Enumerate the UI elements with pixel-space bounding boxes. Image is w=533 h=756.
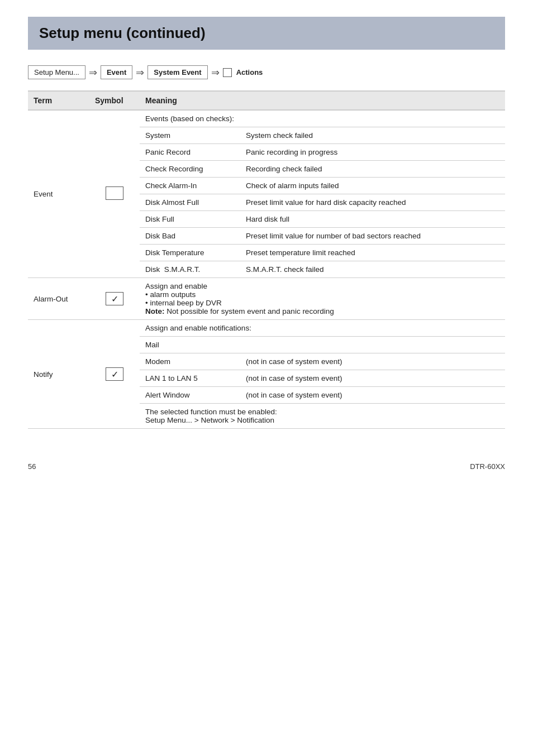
- meaning-system: System System check failed: [140, 127, 505, 144]
- page-title: Setup menu (continued): [39, 25, 494, 42]
- term-event: Event: [28, 110, 89, 278]
- meaning-events-header: Events (based on checks):: [140, 110, 505, 127]
- symbol-alarm-out: ✓: [89, 278, 140, 320]
- meaning-alarm-out: Assign and enable alarm outputs internal…: [140, 278, 505, 320]
- arrow-icon-3: ⇒: [211, 66, 220, 79]
- meaning-panic-record: Panic Record Panic recording in progress: [140, 144, 505, 161]
- event-symbol-box: [106, 186, 123, 200]
- alarm-out-note: Note:: [145, 307, 165, 315]
- meaning-disk-bad: Disk Bad Preset limit value for number o…: [140, 228, 505, 245]
- breadcrumb: Setup Menu... ⇒ Event ⇒ System Event ⇒ A…: [28, 65, 505, 79]
- actions-checkbox-icon: [223, 68, 232, 77]
- table-row-event: Event Events (based on checks):: [28, 110, 505, 127]
- notify-symbol-box: ✓: [106, 367, 123, 381]
- arrow-icon-1: ⇒: [89, 66, 97, 79]
- list-item-internal-beep: internal beep by DVR: [145, 299, 499, 307]
- breadcrumb-system-event[interactable]: System Event: [147, 65, 207, 79]
- meaning-notify-footer: The selected function must be enabled: S…: [140, 404, 505, 429]
- symbol-notify: ✓: [89, 320, 140, 429]
- meaning-alert-window: Alert Window (not in case of system even…: [140, 387, 505, 404]
- checkmark-icon: ✓: [111, 294, 118, 304]
- meaning-disk-smart: Disk S.M.A.R.T. S.M.A.R.T. check failed: [140, 261, 505, 278]
- alarm-out-list: alarm outputs internal beep by DVR: [145, 290, 499, 307]
- meaning-check-recording: Check Recording Recording check failed: [140, 161, 505, 178]
- meaning-disk-full: Disk Full Hard disk full: [140, 211, 505, 228]
- meaning-modem: Modem (not in case of system event): [140, 353, 505, 370]
- page-number: 56: [28, 462, 36, 471]
- page-header: Setup menu (continued): [28, 17, 505, 50]
- term-notify: Notify: [28, 320, 89, 429]
- meaning-notify-header: Assign and enable notifications:: [140, 320, 505, 337]
- symbol-event: [89, 110, 140, 278]
- table-row-notify-header: Notify ✓ Assign and enable notifications…: [28, 320, 505, 337]
- term-alarm-out: Alarm-Out: [28, 278, 89, 320]
- table-row-alarm-out: Alarm-Out ✓ Assign and enable alarm outp…: [28, 278, 505, 320]
- arrow-icon-2: ⇒: [136, 66, 144, 79]
- meaning-check-alarm: Check Alarm-In Check of alarm inputs fai…: [140, 178, 505, 194]
- col-symbol: Symbol: [89, 91, 140, 110]
- list-item-alarm-outputs: alarm outputs: [145, 290, 499, 299]
- meaning-disk-almost-full: Disk Almost Full Preset limit value for …: [140, 194, 505, 211]
- breadcrumb-event[interactable]: Event: [101, 65, 132, 79]
- page-footer: 56 DTR-60XX: [28, 462, 505, 471]
- breadcrumb-actions[interactable]: Actions: [235, 66, 264, 79]
- meaning-mail: Mail: [140, 337, 505, 353]
- notify-checkmark-icon: ✓: [111, 369, 118, 380]
- document-id: DTR-60XX: [470, 462, 505, 471]
- breadcrumb-actions-container: Actions: [223, 66, 264, 79]
- main-table: Term Symbol Meaning Event Events (based …: [28, 90, 505, 429]
- alarm-out-symbol-box: ✓: [106, 292, 123, 305]
- breadcrumb-setup-menu[interactable]: Setup Menu...: [28, 65, 85, 79]
- col-meaning: Meaning: [140, 91, 505, 110]
- meaning-lan: LAN 1 to LAN 5 (not in case of system ev…: [140, 370, 505, 387]
- col-term: Term: [28, 91, 89, 110]
- meaning-disk-temperature: Disk Temperature Preset temperature limi…: [140, 245, 505, 261]
